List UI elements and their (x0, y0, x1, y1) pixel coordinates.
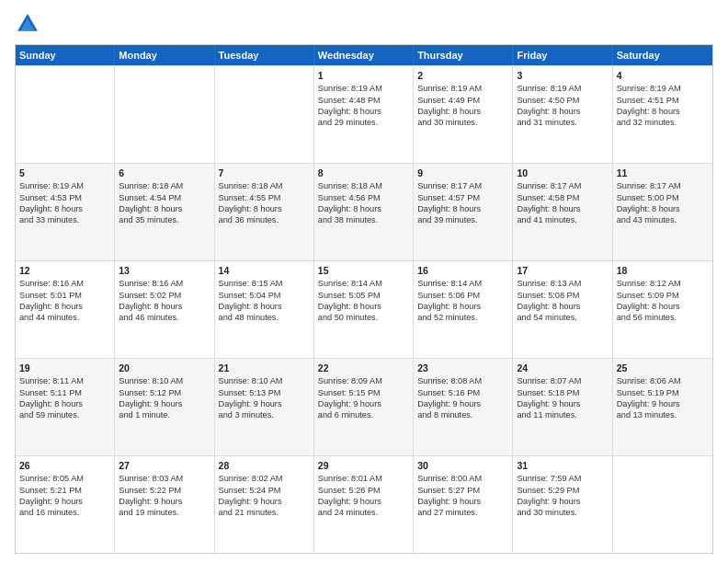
cell-info-line: Sunrise: 8:15 AM (219, 278, 310, 289)
calendar-cell (115, 66, 214, 163)
cell-info-line: Sunset: 5:24 PM (219, 485, 310, 496)
calendar-cell: 4Sunrise: 8:19 AMSunset: 4:51 PMDaylight… (613, 66, 712, 163)
cell-info-line: Daylight: 9 hours (318, 398, 409, 409)
day-number: 10 (517, 167, 608, 179)
weekday-header: Wednesday (314, 45, 414, 65)
calendar-cell: 5Sunrise: 8:19 AMSunset: 4:53 PMDaylight… (16, 164, 115, 260)
cell-info-line: Daylight: 8 hours (417, 106, 508, 117)
cell-info-line: Sunset: 5:06 PM (417, 290, 508, 301)
cell-info-line: Sunset: 4:57 PM (417, 192, 508, 203)
calendar-cell (215, 66, 314, 163)
calendar-cell: 11Sunrise: 8:17 AMSunset: 5:00 PMDayligh… (613, 164, 712, 260)
cell-info-line: and 35 minutes. (119, 214, 210, 225)
calendar-cell: 26Sunrise: 8:05 AMSunset: 5:21 PMDayligh… (16, 456, 115, 553)
cell-info-line: Sunset: 5:13 PM (219, 387, 310, 398)
cell-info-line: Sunrise: 8:19 AM (517, 83, 608, 94)
cell-info-line: and 52 minutes. (417, 312, 508, 323)
cell-info-line: Sunrise: 8:05 AM (19, 473, 110, 484)
cell-info-line: Sunrise: 8:19 AM (19, 180, 110, 191)
calendar-row: 5Sunrise: 8:19 AMSunset: 4:53 PMDaylight… (16, 163, 712, 260)
day-number: 25 (617, 362, 709, 374)
cell-info-line: Sunset: 4:55 PM (219, 192, 310, 203)
day-number: 22 (318, 362, 409, 374)
cell-info-line: Daylight: 8 hours (417, 301, 508, 312)
calendar-cell: 7Sunrise: 8:18 AMSunset: 4:55 PMDaylight… (215, 164, 314, 260)
cell-info-line: Sunset: 5:15 PM (318, 387, 409, 398)
cell-info-line: Sunset: 4:51 PM (617, 95, 709, 106)
cell-info-line: Daylight: 9 hours (219, 496, 310, 507)
calendar-cell: 31Sunrise: 7:59 AMSunset: 5:29 PMDayligh… (513, 456, 612, 553)
cell-info-line: Daylight: 8 hours (517, 106, 608, 117)
cell-info-line: and 39 minutes. (417, 214, 508, 225)
cell-info-line: and 36 minutes. (219, 214, 310, 225)
cell-info-line: Sunset: 5:29 PM (517, 485, 608, 496)
cell-info-line: Daylight: 8 hours (617, 301, 709, 312)
cell-info-line: Sunrise: 8:00 AM (417, 473, 508, 484)
cell-info-line: Sunrise: 8:14 AM (417, 278, 508, 289)
cell-info-line: Daylight: 9 hours (417, 398, 508, 409)
cell-info-line: and 46 minutes. (119, 312, 210, 323)
cell-info-line: Daylight: 8 hours (517, 301, 608, 312)
calendar-cell: 10Sunrise: 8:17 AMSunset: 4:58 PMDayligh… (513, 164, 612, 260)
cell-info-line: and 21 minutes. (219, 507, 310, 518)
cell-info-line: Sunrise: 8:18 AM (219, 180, 310, 191)
cell-info-line: Sunrise: 8:12 AM (617, 278, 709, 289)
calendar-cell: 3Sunrise: 8:19 AMSunset: 4:50 PMDaylight… (513, 66, 612, 163)
day-number: 16 (417, 264, 508, 277)
cell-info-line: Sunset: 5:02 PM (119, 290, 210, 301)
cell-info-line: Sunset: 4:50 PM (517, 95, 608, 106)
calendar-cell: 18Sunrise: 8:12 AMSunset: 5:09 PMDayligh… (613, 261, 712, 358)
calendar-cell: 22Sunrise: 8:09 AMSunset: 5:15 PMDayligh… (314, 359, 414, 455)
cell-info-line: Daylight: 9 hours (417, 496, 508, 507)
cell-info-line: and 3 minutes. (219, 409, 310, 420)
calendar-cell: 15Sunrise: 8:14 AMSunset: 5:05 PMDayligh… (314, 261, 414, 358)
cell-info-line: Daylight: 8 hours (617, 203, 709, 214)
calendar: SundayMondayTuesdayWednesdayThursdayFrid… (15, 44, 713, 554)
day-number: 7 (219, 167, 310, 179)
weekday-header: Friday (513, 45, 612, 65)
cell-info-line: Sunrise: 8:13 AM (517, 278, 608, 289)
cell-info-line: Sunrise: 8:17 AM (517, 180, 608, 191)
cell-info-line: and 50 minutes. (318, 312, 409, 323)
cell-info-line: and 33 minutes. (19, 214, 110, 225)
calendar-cell: 29Sunrise: 8:01 AMSunset: 5:26 PMDayligh… (314, 456, 414, 553)
cell-info-line: and 30 minutes. (517, 507, 608, 518)
calendar-row: 19Sunrise: 8:11 AMSunset: 5:11 PMDayligh… (16, 358, 712, 455)
calendar-cell: 23Sunrise: 8:08 AMSunset: 5:16 PMDayligh… (414, 359, 513, 455)
day-number: 19 (19, 362, 110, 374)
cell-info-line: Daylight: 9 hours (617, 398, 709, 409)
day-number: 26 (19, 459, 110, 472)
weekday-header: Saturday (613, 45, 712, 65)
cell-info-line: Sunset: 5:18 PM (517, 387, 608, 398)
cell-info-line: Sunrise: 8:17 AM (617, 180, 709, 191)
page: SundayMondayTuesdayWednesdayThursdayFrid… (0, 0, 728, 563)
cell-info-line: Sunrise: 8:19 AM (417, 83, 508, 94)
day-number: 24 (517, 362, 608, 374)
weekday-header: Monday (115, 45, 214, 65)
cell-info-line: Sunset: 4:53 PM (19, 192, 110, 203)
cell-info-line: Sunset: 5:04 PM (219, 290, 310, 301)
cell-info-line: and 54 minutes. (517, 312, 608, 323)
logo-icon (15, 11, 40, 37)
day-number: 12 (19, 264, 110, 277)
calendar-cell: 21Sunrise: 8:10 AMSunset: 5:13 PMDayligh… (215, 359, 314, 455)
cell-info-line: and 6 minutes. (318, 409, 409, 420)
cell-info-line: Sunset: 4:49 PM (417, 95, 508, 106)
cell-info-line: Sunrise: 8:14 AM (318, 278, 409, 289)
cell-info-line: Sunrise: 8:02 AM (219, 473, 310, 484)
cell-info-line: Sunrise: 8:08 AM (417, 375, 508, 386)
calendar-row: 26Sunrise: 8:05 AMSunset: 5:21 PMDayligh… (16, 455, 712, 553)
calendar-cell (613, 456, 712, 553)
day-number: 15 (318, 264, 409, 277)
cell-info-line: Sunrise: 8:19 AM (617, 83, 709, 94)
calendar-cell: 20Sunrise: 8:10 AMSunset: 5:12 PMDayligh… (115, 359, 214, 455)
cell-info-line: Sunset: 5:05 PM (318, 290, 409, 301)
cell-info-line: Daylight: 8 hours (19, 398, 110, 409)
calendar-cell: 25Sunrise: 8:06 AMSunset: 5:19 PMDayligh… (613, 359, 712, 455)
cell-info-line: Sunrise: 8:16 AM (19, 278, 110, 289)
cell-info-line: Sunset: 5:11 PM (19, 387, 110, 398)
cell-info-line: Sunset: 5:22 PM (119, 485, 210, 496)
cell-info-line: Sunset: 5:01 PM (19, 290, 110, 301)
calendar-row: 12Sunrise: 8:16 AMSunset: 5:01 PMDayligh… (16, 260, 712, 358)
cell-info-line: Sunrise: 8:03 AM (119, 473, 210, 484)
